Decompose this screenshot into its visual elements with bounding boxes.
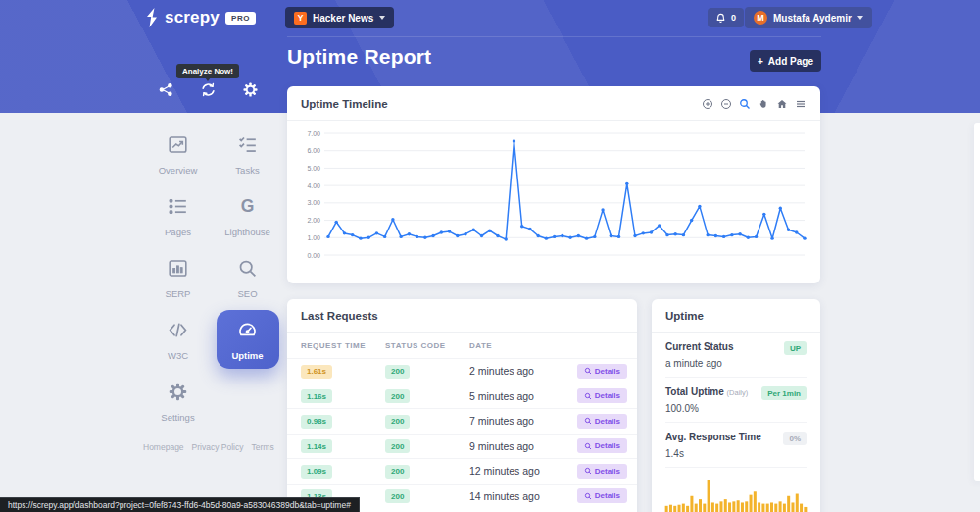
footer-link-homepage[interactable]: Homepage: [143, 442, 184, 452]
response-time-bar-chart: [664, 476, 808, 512]
magnifier-icon: [584, 492, 592, 500]
status-code-badge: 200: [385, 365, 410, 379]
zoom-out-icon[interactable]: [719, 97, 732, 110]
code-icon: [168, 320, 188, 344]
response-time-badge: 1.09s: [301, 465, 332, 479]
sidebar-item-uptime[interactable]: Uptime: [217, 310, 279, 369]
notifications-button[interactable]: 0: [708, 8, 744, 27]
magnifier-icon: [584, 467, 592, 475]
sidebar-item-pages[interactable]: Pages: [147, 196, 210, 237]
chart-line-icon: [168, 134, 188, 159]
col-date: DATE: [469, 341, 627, 350]
details-button[interactable]: Details: [577, 414, 627, 429]
svg-text:1.00: 1.00: [307, 234, 320, 241]
list-icon: [168, 196, 188, 221]
svg-text:5.00: 5.00: [307, 165, 320, 172]
sidebar-item-label: SERP: [166, 288, 191, 299]
stat-label: Current Status: [665, 341, 733, 352]
svg-text:G: G: [241, 196, 255, 216]
project-name: Hacker News: [313, 13, 373, 24]
stat-label-note: (Daily): [727, 388, 749, 397]
last-requests-card: Last Requests REQUEST TIME STATUS CODE D…: [287, 299, 637, 512]
stat-value: 100.0%: [665, 403, 807, 414]
details-button[interactable]: Details: [577, 438, 627, 453]
header-tools: [156, 79, 260, 99]
request-date: 9 minutes ago: [469, 440, 577, 452]
footer-link-privacy-policy[interactable]: Privacy Policy: [192, 442, 244, 452]
sidebar-item-label: Settings: [161, 412, 194, 423]
request-date: 7 minutes ago: [469, 415, 577, 427]
request-date: 5 minutes ago: [469, 390, 577, 402]
details-button[interactable]: Details: [577, 388, 627, 403]
refresh-analyze-icon[interactable]: [198, 79, 218, 99]
status-code-badge: 200: [385, 439, 410, 453]
gear-icon: [168, 382, 188, 406]
sidebar-item-tasks[interactable]: Tasks: [217, 134, 279, 176]
status-code-badge: 200: [385, 465, 410, 479]
selection-zoom-icon[interactable]: [738, 97, 751, 110]
sidebar-item-serp[interactable]: SERP: [147, 258, 210, 299]
stat-value: a minute ago: [665, 358, 807, 369]
project-favicon: Y: [294, 12, 307, 25]
logo[interactable]: screpy PRO: [145, 8, 256, 27]
request-date: 12 minutes ago: [469, 465, 577, 477]
uptime-timeline-card: Uptime Timeline 7.006.005.004.003.002.00…: [287, 86, 820, 283]
sidebar-item-settings[interactable]: Settings: [147, 382, 210, 423]
magnifier-icon: [584, 417, 592, 425]
response-time-badge: 0.98s: [301, 415, 332, 429]
sidebar-item-label: Uptime: [231, 350, 263, 361]
bar-chart-icon: [168, 258, 188, 282]
menu-icon[interactable]: [794, 97, 807, 110]
zoom-in-icon[interactable]: [701, 97, 713, 110]
right-edge-card: [974, 123, 980, 481]
col-request-time: REQUEST TIME: [301, 341, 385, 350]
magnifier-icon: [237, 258, 258, 282]
sidebar-item-seo[interactable]: SEO: [217, 258, 279, 299]
analyze-tooltip: Analyze Now!: [176, 64, 239, 78]
share-nodes-icon[interactable]: [156, 79, 175, 99]
magnifier-icon: [584, 367, 592, 375]
svg-text:4.00: 4.00: [307, 182, 320, 189]
request-date: 14 minutes ago: [469, 490, 577, 502]
table-header: REQUEST TIME STATUS CODE DATE: [287, 333, 637, 358]
sidebar-item-w3c[interactable]: W3C: [147, 320, 210, 361]
uptime-card-title: Uptime: [665, 310, 704, 322]
uptime-stats: Current StatusUPa minute agoTotal Uptime…: [652, 333, 820, 468]
stat-value: 1.4s: [665, 448, 807, 459]
footer-link-terms[interactable]: Terms: [252, 442, 274, 452]
sidebar-footer-links: HomepagePrivacy PolicyTerms: [143, 442, 300, 452]
project-selector[interactable]: Y Hacker News: [285, 7, 394, 28]
home-icon[interactable]: [775, 97, 788, 110]
plus-icon: +: [758, 56, 763, 67]
chart-toolbar: [701, 97, 807, 110]
timeline-card-title: Uptime Timeline: [301, 98, 388, 110]
user-menu[interactable]: M Mustafa Aydemir: [745, 7, 872, 28]
details-button[interactable]: Details: [577, 464, 627, 479]
add-page-button[interactable]: + Add Page: [750, 50, 821, 72]
pro-badge: PRO: [225, 12, 256, 25]
details-button[interactable]: Details: [577, 488, 627, 503]
sidebar-item-label: Tasks: [235, 165, 259, 176]
details-button[interactable]: Details: [577, 364, 627, 379]
bell-icon: [715, 13, 726, 24]
uptime-stat-avg-response-time: Avg. Response Time0%1.4s: [665, 423, 807, 468]
pan-hand-icon[interactable]: [757, 97, 769, 110]
uptime-line-chart[interactable]: 7.006.005.004.003.002.001.000.00: [295, 126, 812, 275]
status-code-badge: 200: [385, 489, 410, 503]
logo-text: screpy: [165, 8, 220, 27]
sidebar-item-label: SEO: [237, 288, 257, 299]
sidebar-item-lighthouse[interactable]: GLighthouse: [217, 196, 279, 237]
stat-badge: UP: [784, 341, 807, 355]
uptime-stat-total-uptime: Total Uptime (Daily)Per 1min100.0%: [665, 378, 807, 423]
uptime-stat-current-status: Current StatusUPa minute ago: [665, 333, 807, 378]
response-time-badge: 1.14s: [301, 439, 332, 453]
table-row: 1.61s2002 minutes agoDetails: [287, 358, 637, 384]
gauge-icon: [237, 320, 258, 344]
stat-badge: 0%: [783, 432, 807, 445]
gear-icon[interactable]: [240, 79, 260, 99]
uptime-summary-card: Uptime Current StatusUPa minute agoTotal…: [652, 299, 820, 512]
avatar: M: [754, 11, 767, 25]
svg-text:0.00: 0.00: [307, 252, 320, 259]
sidebar-item-overview[interactable]: Overview: [147, 134, 210, 176]
response-time-badge: 1.16s: [301, 389, 332, 403]
